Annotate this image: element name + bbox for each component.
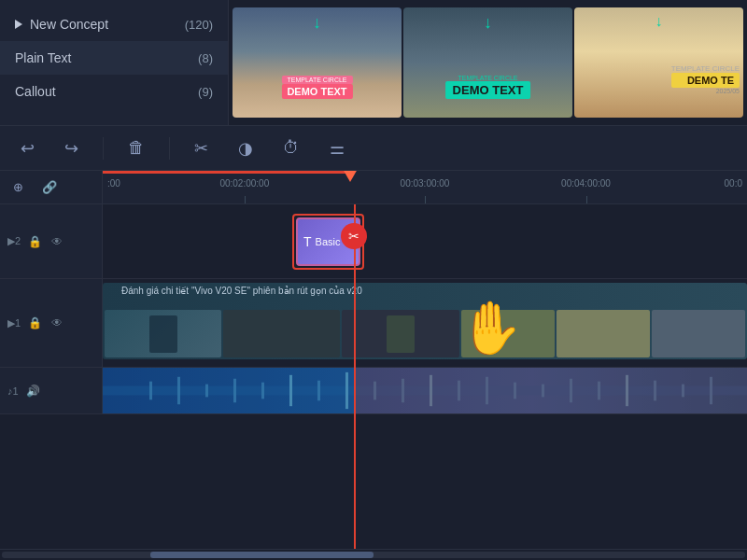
video-thumb: [223, 310, 340, 357]
delete-button[interactable]: 🗑: [122, 134, 150, 161]
svg-rect-2: [177, 377, 180, 404]
video-thumb: [105, 310, 221, 357]
thumb-placeholder: [149, 315, 177, 353]
video-thumbnails: [103, 308, 747, 359]
expand-icon: [15, 20, 22, 29]
video-thumb: [461, 310, 555, 357]
track-lock-button[interactable]: 🔒: [26, 315, 44, 331]
sidebar-item-callout[interactable]: Callout (9): [0, 75, 228, 108]
track-lock-button[interactable]: 🔒: [26, 233, 44, 250]
ruler-tick: [425, 196, 426, 203]
red-progress-bar: [103, 171, 354, 174]
time-label-1: 00:02:00:00: [219, 178, 269, 189]
svg-rect-4: [233, 379, 236, 402]
playhead-marker: [350, 171, 358, 182]
thumb-label-1: TEMPLATE CIRCLE DEMO TEXT: [281, 76, 352, 99]
timeline-area: ⊕ 🔗 :00 00:02:00:00 00:03:00:00 00:04:00…: [0, 171, 747, 560]
video-thumb: [342, 310, 458, 357]
toolbar-separator: [103, 137, 104, 160]
time-label-3: 00:04:00:00: [561, 178, 611, 189]
sidebar-item-left: Callout: [15, 84, 56, 99]
color-wheel-button[interactable]: ◑: [233, 134, 259, 162]
track-visible-button[interactable]: 👁: [49, 233, 64, 250]
thumbnail-3[interactable]: ↓ TEMPLATE CIRCLE DEMO TE 2025/05: [574, 7, 743, 118]
text-clip-icon: T: [303, 234, 312, 249]
sidebar-item-new-concept[interactable]: New Concept (120): [0, 7, 228, 41]
time-label-2: 00:03:00:00: [401, 178, 450, 189]
sidebar-item-left: New Concept: [15, 17, 108, 32]
video-thumb: [652, 310, 745, 357]
clock-button[interactable]: ⏱: [277, 134, 305, 161]
track-audio-controls: ♪1 🔊: [0, 368, 103, 413]
thumb-placeholder: [387, 315, 415, 353]
video-clip-main[interactable]: ▶ Đánh giá chi tiết "Vivo V20 SE" phiên …: [103, 283, 747, 359]
download-arrow-icon: ↓: [655, 13, 663, 30]
sidebar-item-label: Plain Text: [15, 50, 71, 65]
toolbar: ↩ ↪ 🗑 ✂ ◑ ⏱ ⚌: [0, 126, 747, 171]
sidebar-item-left: Plain Text: [15, 50, 71, 65]
timeline-ruler: :00 00:02:00:00 00:03:00:00 00:04:00:00 …: [103, 171, 747, 203]
track-mute-button[interactable]: 🔊: [24, 383, 42, 399]
scrollbar-thumb[interactable]: [150, 552, 374, 558]
track-audio-content: [103, 368, 747, 413]
svg-rect-8: [345, 372, 348, 409]
top-panel: New Concept (120) Plain Text (8) Callout…: [0, 0, 747, 126]
timeline-header: ⊕ 🔗 :00 00:02:00:00 00:03:00:00 00:04:00…: [0, 171, 747, 204]
audio-cut-region: [354, 368, 747, 413]
track-audio: ♪1 🔊: [0, 368, 747, 414]
thumb-template-label: TEMPLATE CIRCLE: [671, 64, 740, 73]
link-button[interactable]: 🔗: [36, 176, 63, 198]
thumb-sub-label: TEMPLATE CIRCLE: [445, 75, 531, 81]
thumb-main-label: DEMO TEXT: [281, 84, 352, 99]
video-clip-label: Đánh giá chi tiết "Vivo V20 SE" phiên bả…: [121, 286, 362, 296]
track-1: ▶1 🔒 👁 ▶ Đánh giá chi tiết "Vivo V20 SE"…: [0, 279, 747, 368]
track-controls-header: ⊕ 🔗: [0, 171, 103, 203]
equalizer-button[interactable]: ⚌: [324, 134, 350, 162]
track-2-content: T Basic 6: [103, 204, 747, 278]
sidebar-item-count: (8): [198, 51, 213, 65]
tracks-container: ✂ 🤚 ▶2 🔒 👁 T Basic 6 ▶1: [0, 204, 747, 549]
undo-button[interactable]: ↩: [15, 134, 40, 162]
thumb-demo2-label: DEMO TE: [671, 73, 740, 88]
svg-rect-1: [149, 382, 152, 400]
text-clip-basic6[interactable]: T Basic 6: [296, 217, 360, 266]
video-thumb: [557, 310, 650, 357]
thumbnail-2[interactable]: ↓ TEMPLATE CIRCLE DEMO TEXT: [403, 7, 572, 118]
playhead-head-icon: [343, 171, 358, 182]
add-track-button[interactable]: ⊕: [7, 176, 29, 198]
thumbnails-panel: ↓ TEMPLATE CIRCLE DEMO TEXT ↓ TEMPLATE C…: [229, 0, 747, 125]
time-label-0: :00: [107, 178, 120, 189]
scrollbar-track[interactable]: [2, 552, 745, 558]
svg-rect-7: [317, 381, 320, 401]
redo-button[interactable]: ↪: [59, 134, 84, 162]
bottom-scrollbar[interactable]: [0, 549, 747, 560]
track-1-content: ▶ Đánh giá chi tiết "Vivo V20 SE" phiên …: [103, 279, 747, 367]
thumbnail-1[interactable]: ↓ TEMPLATE CIRCLE DEMO TEXT: [233, 7, 402, 118]
ruler-tick: [586, 196, 587, 203]
sidebar-item-label: New Concept: [30, 17, 108, 32]
scissors-button[interactable]: ✂: [189, 134, 214, 162]
thumb-demo-label: DEMO TEXT: [445, 81, 531, 99]
sidebar-item-plain-text[interactable]: Plain Text (8): [0, 41, 228, 75]
toolbar-separator: [169, 137, 170, 160]
track-2-controls: ▶2 🔒 👁: [0, 204, 103, 278]
sidebar: New Concept (120) Plain Text (8) Callout…: [0, 0, 229, 125]
download-arrow-icon: ↓: [313, 13, 321, 33]
track-audio-label: ♪1: [7, 385, 19, 397]
track-2: ▶2 🔒 👁 T Basic 6: [0, 204, 747, 279]
track-1-controls: ▶1 🔒 👁: [0, 279, 103, 367]
track-1-label: ▶1: [7, 317, 21, 329]
track-2-label: ▶2: [7, 235, 21, 247]
sidebar-item-count: (9): [198, 85, 213, 99]
thumb-circle-label: TEMPLATE CIRCLE: [281, 76, 352, 84]
sidebar-item-label: Callout: [15, 84, 56, 99]
track-visible-button[interactable]: 👁: [49, 315, 64, 331]
text-clip-label: Basic 6: [316, 236, 349, 247]
thumb-label-3: TEMPLATE CIRCLE DEMO TE 2025/05: [671, 64, 740, 94]
thumb-label-2: TEMPLATE CIRCLE DEMO TEXT: [445, 75, 531, 99]
svg-rect-3: [205, 385, 208, 398]
download-arrow-icon: ↓: [484, 13, 492, 33]
time-label-4: 00:0: [725, 178, 742, 189]
svg-rect-5: [261, 383, 264, 399]
svg-rect-6: [289, 375, 292, 406]
